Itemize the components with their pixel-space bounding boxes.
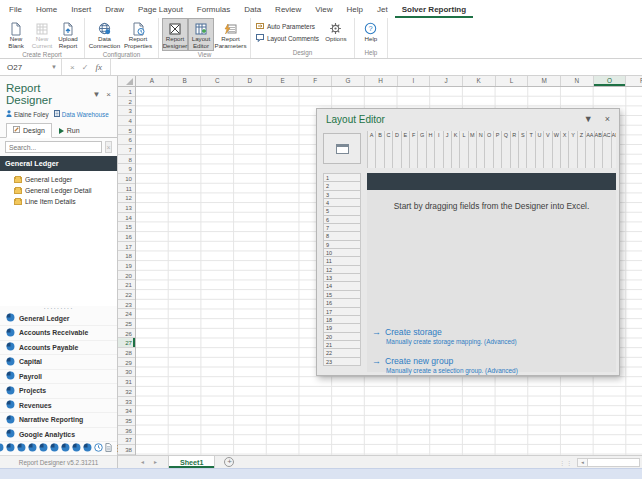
dialog-column-W[interactable]: W [553, 131, 561, 168]
column-header-F[interactable]: F [299, 76, 332, 86]
scroll-left-icon[interactable]: ◄ [577, 458, 588, 467]
dialog-column-F[interactable]: F [410, 131, 418, 168]
dialog-row-3[interactable]: 3 [324, 191, 361, 199]
ribbon-tab-page-layout[interactable]: Page Layout [131, 2, 190, 18]
dialog-row-9[interactable]: 9 [324, 241, 361, 249]
row-header-2[interactable]: 2 [118, 97, 135, 107]
column-header-D[interactable]: D [234, 76, 267, 86]
row-header-8[interactable]: 8 [118, 155, 135, 165]
dialog-row-1[interactable]: 1 [324, 174, 361, 182]
pane-menu-caret-icon[interactable]: ▼ [92, 90, 100, 99]
ribbon-tab-data[interactable]: Data [237, 2, 268, 18]
row-header-38[interactable]: 38 [118, 445, 135, 455]
dialog-row-19[interactable]: 19 [324, 324, 361, 332]
sphere-icon[interactable] [61, 443, 70, 454]
report-properties-button[interactable]: Report Properties [121, 18, 155, 51]
cancel-entry-icon[interactable]: × [70, 63, 75, 72]
sheet-tab-sheet1[interactable]: Sheet1 [168, 456, 216, 468]
row-header-14[interactable]: 14 [118, 213, 135, 223]
tab-run[interactable]: Run [52, 124, 87, 138]
column-header-C[interactable]: C [201, 76, 234, 86]
spreadsheet[interactable]: ABCDEFGHIJKLMNOP 12345678910111213141516… [118, 76, 642, 455]
row-header-10[interactable]: 10 [118, 174, 135, 184]
pane-close-icon[interactable]: × [106, 90, 111, 99]
scrollbar-grip-icon[interactable]: ⋮⋮ [559, 459, 573, 466]
row-header-11[interactable]: 11 [118, 184, 135, 194]
sheet-nav-right-icon[interactable]: ► [153, 459, 158, 465]
dialog-row-10[interactable]: 10 [324, 249, 361, 257]
sphere-icon[interactable] [39, 443, 48, 454]
dialog-column-AB[interactable]: AB [595, 131, 603, 168]
row-header-19[interactable]: 19 [118, 261, 135, 271]
column-header-N[interactable]: N [561, 76, 594, 86]
report-designer-button[interactable]: Report Designer [162, 18, 188, 51]
dialog-row-16[interactable]: 16 [324, 299, 361, 307]
dialog-column-A[interactable]: A [368, 131, 376, 168]
column-header-O[interactable]: O [594, 76, 627, 86]
tree-item[interactable]: General Ledger [14, 174, 117, 185]
row-header-20[interactable]: 20 [118, 271, 135, 281]
row-header-34[interactable]: 34 [118, 406, 135, 416]
row-header-33[interactable]: 33 [118, 397, 135, 407]
module-item-capital[interactable]: Capital [0, 355, 117, 370]
column-header-M[interactable]: M [528, 76, 561, 86]
layout-editor-button[interactable]: Layout Editor [188, 18, 214, 51]
row-header-30[interactable]: 30 [118, 367, 135, 377]
dialog-column-AD[interactable]: AD [612, 131, 616, 168]
row-header-9[interactable]: 9 [118, 164, 135, 174]
dialog-column-C[interactable]: C [385, 131, 393, 168]
dialog-column-D[interactable]: D [393, 131, 401, 168]
row-header-6[interactable]: 6 [118, 135, 135, 145]
ribbon-tab-review[interactable]: Review [268, 2, 308, 18]
create-storage-link[interactable]: → Create storage [372, 327, 518, 337]
row-header-29[interactable]: 29 [118, 358, 135, 368]
select-all-corner[interactable] [118, 76, 136, 86]
dialog-column-G[interactable]: G [418, 131, 426, 168]
row-header-1[interactable]: 1 [118, 87, 135, 97]
row-header-25[interactable]: 25 [118, 319, 135, 329]
ribbon-tab-formulas[interactable]: Formulas [190, 2, 237, 18]
sphere-icon[interactable] [6, 443, 15, 454]
dialog-row-21[interactable]: 21 [324, 341, 361, 349]
dialog-column-Q[interactable]: Q [502, 131, 510, 168]
tree-item[interactable]: Line Item Details [14, 196, 117, 207]
auto-parameters-button[interactable]: Auto Parameters [256, 22, 319, 31]
sphere-icon[interactable] [0, 443, 4, 454]
dialog-column-M[interactable]: M [469, 131, 477, 168]
dialog-row-2[interactable]: 2 [324, 182, 361, 190]
column-header-A[interactable]: A [136, 76, 169, 86]
column-header-L[interactable]: L [496, 76, 529, 86]
dialog-row-12[interactable]: 12 [324, 266, 361, 274]
module-item-projects[interactable]: Projects [0, 384, 117, 399]
module-item-google-analytics[interactable]: Google Analytics [0, 428, 117, 443]
row-header-35[interactable]: 35 [118, 416, 135, 426]
clock-icon[interactable] [94, 443, 103, 454]
row-header-22[interactable]: 22 [118, 290, 135, 300]
dialog-row-18[interactable]: 18 [324, 316, 361, 324]
dialog-column-E[interactable]: E [402, 131, 410, 168]
row-header-26[interactable]: 26 [118, 329, 135, 339]
dialog-menu-caret-icon[interactable]: ▼ [584, 114, 593, 124]
dialog-column-Y[interactable]: Y [569, 131, 577, 168]
dialog-column-U[interactable]: U [536, 131, 544, 168]
ribbon-tab-home[interactable]: Home [29, 2, 64, 18]
sphere-icon[interactable] [83, 443, 92, 454]
row-header-21[interactable]: 21 [118, 280, 135, 290]
dialog-row-14[interactable]: 14 [324, 282, 361, 290]
dialog-close-icon[interactable]: × [605, 114, 610, 124]
row-header-16[interactable]: 16 [118, 232, 135, 242]
dialog-row-23[interactable]: 23 [324, 358, 361, 366]
module-item-narrative-reporting[interactable]: Narrative Reporting [0, 413, 117, 428]
dialog-row-8[interactable]: 8 [324, 232, 361, 240]
module-item-accounts-payable[interactable]: Accounts Payable [0, 341, 117, 356]
dialog-column-I[interactable]: I [435, 131, 443, 168]
column-header-J[interactable]: J [430, 76, 463, 86]
ribbon-tab-help[interactable]: Help [340, 2, 370, 18]
ribbon-tab-file[interactable]: File [2, 2, 29, 18]
sphere-icon[interactable] [72, 443, 81, 454]
module-item-accounts-receivable[interactable]: Accounts Receivable [0, 326, 117, 341]
dialog-row-20[interactable]: 20 [324, 333, 361, 341]
upload-report-button[interactable]: Upload Report [55, 18, 81, 51]
options-button[interactable]: Options [321, 18, 351, 49]
ribbon-tab-insert[interactable]: Insert [64, 2, 98, 18]
